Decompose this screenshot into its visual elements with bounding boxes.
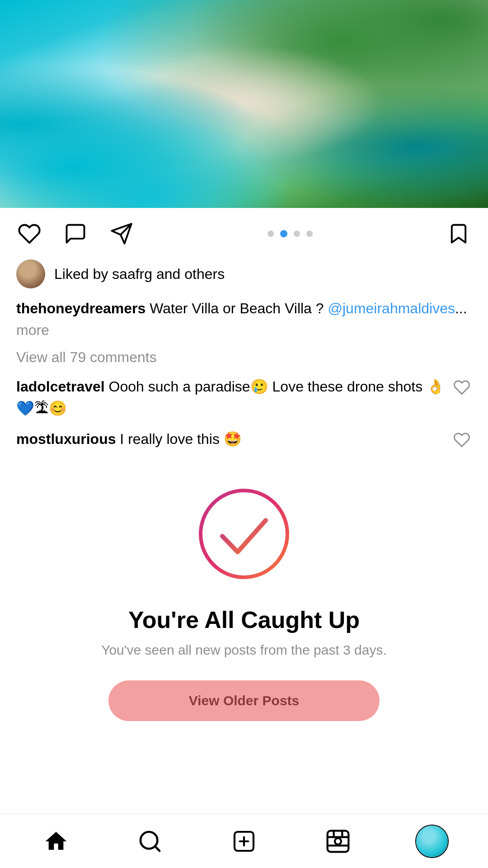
carousel-dot-1: [267, 231, 274, 237]
comment-row: mostluxurious I really love this 🤩: [0, 426, 488, 457]
likes-text[interactable]: Liked by saafrg and others: [54, 266, 225, 283]
comment-username[interactable]: ladolcetravel: [16, 378, 105, 395]
checkmark-circle: [194, 484, 294, 584]
post-image: [0, 0, 488, 208]
carousel-dot-3: [294, 231, 300, 237]
comment-text: mostluxurious I really love this 🤩: [16, 428, 452, 450]
share-button[interactable]: [108, 221, 135, 247]
bottom-nav: [0, 814, 488, 868]
caption-mention-suffix: ...: [455, 300, 467, 316]
comment-text: ladolcetravel Oooh such a paradise🥲 Love…: [16, 376, 452, 419]
svg-line-4: [155, 846, 160, 850]
nav-reels[interactable]: [320, 823, 356, 859]
comment-like-button[interactable]: [452, 377, 472, 397]
caption-username[interactable]: thehoneydreamers: [16, 300, 145, 316]
nav-create[interactable]: [226, 823, 262, 859]
comment-body: I really love this 🤩: [120, 431, 241, 447]
nav-home[interactable]: [38, 823, 74, 859]
carousel-dot-2: [280, 230, 287, 237]
svg-point-9: [335, 838, 341, 844]
comment-like-button[interactable]: [452, 430, 472, 450]
bookmark-button[interactable]: [446, 221, 472, 247]
nav-profile[interactable]: [414, 823, 450, 859]
action-icons-left: [16, 221, 135, 247]
comment-username[interactable]: mostluxurious: [16, 431, 116, 447]
likes-row: Liked by saafrg and others: [0, 259, 488, 297]
view-older-posts-button[interactable]: View Older Posts: [108, 680, 380, 721]
nav-search[interactable]: [132, 823, 168, 859]
caption-mention[interactable]: @jumeirahmaldives: [328, 300, 455, 316]
profile-avatar: [415, 825, 449, 858]
caught-up-subtitle: You've seen all new posts from the past …: [101, 642, 387, 658]
caption-text: Water Villa or Beach Villa ?: [145, 300, 328, 316]
comment-button[interactable]: [62, 221, 89, 247]
svg-rect-8: [328, 830, 349, 852]
caught-up-title: You're All Caught Up: [128, 606, 360, 633]
svg-point-2: [201, 491, 287, 577]
view-comments-link[interactable]: View all 79 comments: [0, 349, 488, 374]
caption: thehoneydreamers Water Villa or Beach Vi…: [0, 297, 488, 349]
carousel-dots: [267, 230, 313, 237]
comment-row: ladolcetravel Oooh such a paradise🥲 Love…: [0, 374, 488, 426]
caught-up-section: You're All Caught Up You've seen all new…: [0, 457, 488, 757]
carousel-dot-4: [306, 231, 313, 237]
caption-more[interactable]: more: [16, 322, 49, 338]
liker-avatar: [16, 259, 45, 288]
action-bar: [0, 208, 488, 259]
like-button[interactable]: [16, 221, 42, 247]
